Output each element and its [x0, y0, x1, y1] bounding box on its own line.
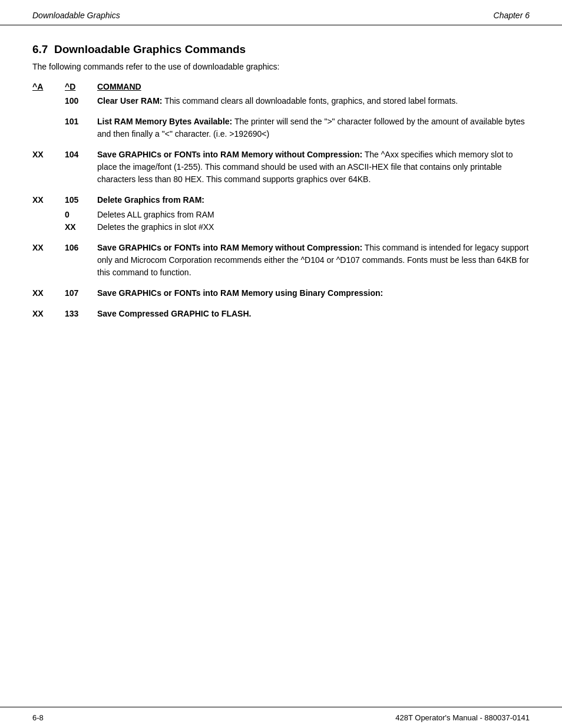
col-d-header: ^D: [65, 82, 97, 91]
cmd-107-desc: Save GRAPHICs or FONTs into RAM Memory u…: [97, 287, 530, 299]
header-left: Downloadable Graphics: [32, 11, 120, 20]
cmd-107-col-d: 107: [65, 287, 97, 299]
main-content: 6.7 Downloadable Graphics Commands The f…: [0, 25, 562, 707]
cmd-106-col-d: 106: [65, 242, 97, 254]
cmd-101-col-d: 101: [65, 116, 97, 128]
command-106: XX 106 Save GRAPHICs or FONTs into RAM M…: [32, 242, 530, 279]
cmd-100-title: Clear User RAM:: [97, 96, 162, 106]
cmd-133-desc: Save Compressed GRAPHIC to FLASH.: [97, 308, 530, 320]
cmd-105-col-d: 105: [65, 194, 97, 206]
cmd-105-desc: Delete Graphics from RAM:: [97, 194, 530, 206]
cmd-101-desc: List RAM Memory Bytes Available: The pri…: [97, 116, 530, 140]
command-133: XX 133 Save Compressed GRAPHIC to FLASH.: [32, 308, 530, 320]
cmd-105-col-a: XX: [32, 194, 65, 206]
cmd-106-desc: Save GRAPHICs or FONTs into RAM Memory w…: [97, 242, 530, 279]
sub-0-body: Deletes ALL graphics from RAM: [97, 209, 530, 221]
cmd-133-title: Save Compressed GRAPHIC to FLASH.: [97, 309, 251, 318]
command-104-row: XX 104 Save GRAPHICs or FONTs into RAM M…: [32, 149, 530, 186]
command-107: XX 107 Save GRAPHICs or FONTs into RAM M…: [32, 287, 530, 299]
command-133-row: XX 133 Save Compressed GRAPHIC to FLASH.: [32, 308, 530, 320]
footer-left: 6-8: [32, 713, 44, 722]
cmd-106-title: Save GRAPHICs or FONTs into RAM Memory w…: [97, 243, 362, 252]
cmd-104-col-a: XX: [32, 149, 65, 161]
column-headers: ^A ^D COMMAND: [32, 82, 530, 91]
cmd-107-col-a: XX: [32, 287, 65, 299]
command-104: XX 104 Save GRAPHICs or FONTs into RAM M…: [32, 149, 530, 186]
cmd-104-desc: Save GRAPHICs or FONTs into RAM Memory w…: [97, 149, 530, 186]
cmd-107-title: Save GRAPHICs or FONTs into RAM Memory u…: [97, 288, 383, 298]
sub-1-col-a: XX: [65, 221, 97, 233]
command-101-row: 101 List RAM Memory Bytes Available: The…: [32, 116, 530, 140]
header-right: Chapter 6: [494, 11, 530, 20]
cmd-105-sub-1: XX Deletes the graphics in slot #XX: [32, 221, 530, 233]
command-106-row: XX 106 Save GRAPHICs or FONTs into RAM M…: [32, 242, 530, 279]
command-105-row: XX 105 Delete Graphics from RAM:: [32, 194, 530, 206]
section-intro: The following commands refer to the use …: [32, 62, 530, 71]
cmd-100-col-d: 100: [65, 95, 97, 107]
command-100: 100 Clear User RAM: This command clears …: [32, 95, 530, 107]
command-107-row: XX 107 Save GRAPHICs or FONTs into RAM M…: [32, 287, 530, 299]
cmd-100-body: This command clears all downloadable fon…: [164, 96, 458, 106]
cmd-133-col-a: XX: [32, 308, 65, 320]
footer-right: 428T Operator's Manual - 880037-0141: [395, 713, 530, 722]
command-105: XX 105 Delete Graphics from RAM: 0 Delet…: [32, 194, 530, 233]
command-101: 101 List RAM Memory Bytes Available: The…: [32, 116, 530, 140]
cmd-106-col-a: XX: [32, 242, 65, 254]
cmd-133-col-d: 133: [65, 308, 97, 320]
cmd-101-title: List RAM Memory Bytes Available:: [97, 117, 232, 126]
cmd-104-col-d: 104: [65, 149, 97, 161]
cmd-100-desc: Clear User RAM: This command clears all …: [97, 95, 530, 107]
cmd-105-sub-0: 0 Deletes ALL graphics from RAM: [32, 209, 530, 221]
cmd-104-title: Save GRAPHICs or FONTs into RAM Memory w…: [97, 150, 362, 159]
cmd-105-title: Delete Graphics from RAM:: [97, 195, 204, 205]
col-command-header: COMMAND: [97, 82, 135, 91]
col-a-header: ^A: [32, 82, 65, 91]
page-header: Downloadable Graphics Chapter 6: [0, 0, 562, 25]
page: Downloadable Graphics Chapter 6 6.7 Down…: [0, 0, 562, 728]
sub-1-body: Deletes the graphics in slot #XX: [97, 221, 530, 233]
page-footer: 6-8 428T Operator's Manual - 880037-0141: [0, 707, 562, 728]
command-100-row: 100 Clear User RAM: This command clears …: [32, 95, 530, 107]
sub-0-col-a: 0: [65, 209, 97, 221]
section-title: 6.7 Downloadable Graphics Commands: [32, 43, 530, 56]
